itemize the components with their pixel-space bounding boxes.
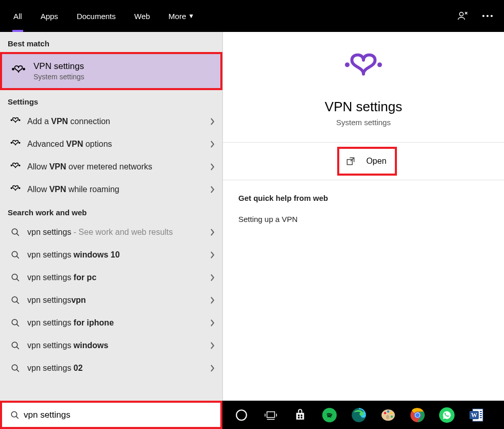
- web-result-label: vpn settingsvpn: [23, 296, 210, 305]
- svg-rect-26: [298, 417, 299, 418]
- svg-rect-45: [480, 415, 482, 416]
- svg-rect-27: [301, 417, 302, 418]
- best-match-title: VPN settings: [33, 61, 84, 72]
- web-result-label: vpn settings for pc: [23, 273, 210, 282]
- edge-icon[interactable]: [344, 401, 373, 429]
- search-icon: [8, 228, 23, 237]
- microsoft-store-icon[interactable]: [285, 401, 315, 429]
- spotify-icon[interactable]: [315, 401, 344, 429]
- web-result[interactable]: vpn settings 02: [0, 357, 222, 380]
- svg-point-2: [23, 68, 25, 70]
- paint-icon[interactable]: [373, 401, 403, 429]
- svg-rect-44: [480, 413, 482, 414]
- tab-web[interactable]: Web: [125, 0, 160, 32]
- tab-documents[interactable]: Documents: [67, 0, 125, 32]
- svg-point-30: [384, 411, 386, 414]
- svg-point-22: [236, 410, 247, 420]
- settings-result-label: Allow VPN while roaming: [23, 185, 210, 194]
- tab-more-label: More: [168, 12, 186, 21]
- svg-point-7: [11, 165, 12, 166]
- search-icon: [10, 410, 20, 420]
- svg-point-17: [12, 365, 18, 370]
- search-input[interactable]: [24, 410, 216, 420]
- web-result[interactable]: vpn settings for pc: [0, 266, 222, 289]
- web-result[interactable]: vpn settings for iphone: [0, 312, 222, 334]
- taskbar: W: [0, 401, 504, 429]
- svg-point-1: [12, 68, 14, 70]
- chevron-right-icon: [210, 117, 215, 126]
- tab-all[interactable]: All: [4, 0, 31, 32]
- preview-vpn-icon: [340, 53, 387, 89]
- best-match-subtitle: System settings: [33, 73, 84, 81]
- search-highlight: [0, 401, 222, 429]
- svg-rect-25: [301, 414, 302, 416]
- search-icon: [8, 273, 23, 282]
- settings-result-label: Allow VPN over metered networks: [23, 162, 210, 171]
- chevron-right-icon: [210, 364, 215, 372]
- svg-point-15: [12, 319, 18, 325]
- svg-point-32: [390, 411, 392, 414]
- best-match-result[interactable]: VPN settings System settings: [2, 54, 220, 88]
- settings-result-label: Advanced VPN options: [23, 140, 210, 149]
- open-label: Open: [366, 157, 386, 166]
- chevron-right-icon: [210, 163, 215, 171]
- word-icon[interactable]: W: [461, 401, 491, 429]
- web-result-label: vpn settings for iphone: [23, 318, 210, 328]
- preview-panel: VPN settings System settings Open Get qu…: [222, 32, 504, 401]
- chevron-right-icon: [210, 140, 215, 148]
- svg-text:W: W: [471, 411, 477, 419]
- svg-point-38: [415, 413, 419, 417]
- open-button[interactable]: Open: [339, 149, 394, 174]
- settings-result-label: Add a VPN connection: [23, 117, 210, 126]
- preview-subtitle: System settings: [336, 118, 391, 127]
- web-result-label: vpn settings - See work and web results: [23, 228, 210, 237]
- svg-point-16: [12, 342, 18, 348]
- web-result[interactable]: vpn settings windows 10: [0, 244, 222, 266]
- chevron-right-icon: [210, 185, 215, 194]
- section-web: Search work and web: [0, 201, 222, 221]
- svg-rect-24: [298, 414, 299, 416]
- svg-rect-43: [480, 411, 482, 412]
- results-panel: Best match VPN settings System settings …: [0, 32, 222, 401]
- chrome-icon[interactable]: [403, 401, 432, 429]
- search-icon: [8, 296, 23, 305]
- svg-point-19: [377, 62, 382, 67]
- svg-point-0: [460, 12, 463, 16]
- task-view-icon[interactable]: [256, 401, 285, 429]
- taskbar-search[interactable]: [2, 404, 220, 426]
- chevron-right-icon: [210, 273, 215, 282]
- svg-point-6: [19, 142, 20, 143]
- tab-apps[interactable]: Apps: [31, 0, 67, 32]
- svg-point-21: [11, 411, 17, 417]
- svg-point-10: [19, 187, 20, 188]
- svg-rect-23: [267, 411, 274, 417]
- svg-point-31: [387, 410, 389, 412]
- web-result[interactable]: vpn settings - See work and web results: [0, 221, 222, 244]
- svg-point-8: [19, 165, 20, 166]
- chevron-right-icon: [210, 228, 215, 236]
- more-options-icon[interactable]: [475, 0, 500, 32]
- svg-point-11: [12, 229, 18, 234]
- web-result[interactable]: vpn settingsvpn: [0, 289, 222, 312]
- section-settings: Settings: [0, 90, 222, 110]
- taskbar-apps: W: [222, 401, 491, 429]
- vpn-icon: [10, 62, 27, 80]
- chevron-right-icon: [210, 296, 215, 304]
- cortana-icon[interactable]: [227, 401, 256, 429]
- whatsapp-icon[interactable]: [432, 401, 461, 429]
- web-result[interactable]: vpn settings windows: [0, 334, 222, 357]
- tab-more[interactable]: More ▼: [159, 0, 203, 32]
- feedback-icon[interactable]: [450, 0, 475, 32]
- settings-result[interactable]: Allow VPN while roaming: [0, 178, 222, 201]
- svg-point-12: [12, 251, 18, 257]
- settings-result[interactable]: Add a VPN connection: [0, 110, 222, 133]
- svg-point-4: [19, 119, 20, 121]
- chevron-right-icon: [210, 319, 215, 327]
- svg-point-34: [386, 415, 389, 419]
- best-match-highlight: VPN settings System settings: [0, 52, 222, 90]
- svg-point-13: [12, 274, 18, 280]
- settings-result[interactable]: Advanced VPN options: [0, 133, 222, 156]
- settings-result[interactable]: Allow VPN over metered networks: [0, 156, 222, 178]
- help-link-setup-vpn[interactable]: Setting up a VPN: [223, 210, 313, 229]
- web-result-label: vpn settings windows: [23, 341, 210, 350]
